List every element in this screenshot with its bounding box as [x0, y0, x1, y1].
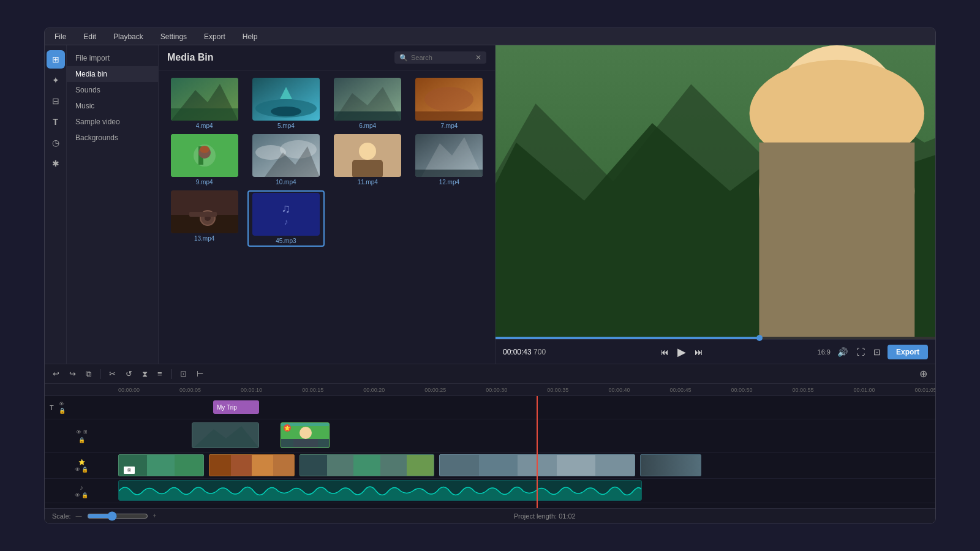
nav-sounds[interactable]: Sounds [67, 82, 158, 98]
thumb-7-label: 7.mp4 [440, 122, 458, 129]
text-track-icons: 👁 🔒 [59, 401, 66, 414]
progress-fill [496, 337, 760, 339]
thumb-6-label: 6.mp4 [359, 122, 376, 129]
tools-icon[interactable]: ✱ [47, 154, 65, 173]
redo-button[interactable]: ↪ [66, 367, 79, 380]
main-clip-5[interactable] [640, 454, 701, 476]
ruler-mark-50: 00:00:50 [731, 387, 752, 393]
thumb-45-label: 45.mp3 [276, 238, 296, 244]
project-length-value: 01:02 [559, 512, 576, 520]
history-icon[interactable]: ◷ [47, 133, 65, 152]
nav-file-import[interactable]: File import [67, 50, 158, 66]
prev-frame-button[interactable]: ⏮ [658, 345, 671, 359]
thumb-11-img [334, 134, 401, 177]
ruler-mark-25: 00:00:25 [424, 387, 446, 393]
scale-label: Scale: [52, 512, 71, 520]
media-grid: 4.mp4 5.mp4 [159, 70, 495, 254]
copy-button[interactable]: ⧉ [83, 367, 94, 381]
media-item-6[interactable]: 6.mp4 [330, 78, 406, 129]
aspect-ratio: 16:9 [818, 348, 831, 356]
thumb-5-img [252, 78, 320, 121]
media-item-7[interactable]: 7.mp4 [411, 78, 488, 129]
nav-panel: File import Media bin Sounds Music Sampl… [67, 45, 159, 364]
thumb-45-img: ♫ ♪ [252, 193, 320, 236]
menu-help[interactable]: Help [239, 31, 262, 42]
menu-file[interactable]: File [51, 31, 70, 42]
nav-sample-video[interactable]: Sample video [67, 114, 158, 130]
overlay-button[interactable]: ⊡ [177, 367, 190, 380]
main-clip-1[interactable]: ⊠ [118, 454, 204, 476]
media-item-45[interactable]: ♫ ♪ 45.mp3 [247, 190, 324, 247]
rotate-button[interactable]: ↺ [123, 367, 135, 380]
volume-button[interactable]: 🔊 [835, 345, 850, 359]
menu-edit[interactable]: Edit [80, 31, 100, 42]
nav-backgrounds[interactable]: Backgrounds [67, 130, 158, 146]
overlay-clip-2[interactable]: ⭐ [281, 422, 330, 448]
overlay-icon[interactable]: ⊟ [47, 92, 65, 110]
thumb-13-label: 13.mp4 [194, 235, 214, 242]
search-box[interactable]: 🔍 ✕ [394, 51, 486, 64]
main-clip-3[interactable] [300, 454, 434, 476]
fullscreen-button[interactable]: ⛶ [854, 345, 867, 359]
text-icon[interactable]: T [47, 113, 65, 131]
toolbar-sep-1 [100, 369, 100, 379]
export-button[interactable]: Export [888, 345, 928, 359]
text-clip-my-trip[interactable]: My Trip [213, 400, 259, 414]
nav-music[interactable]: Music [67, 98, 158, 114]
ruler-mark-20: 00:00:20 [363, 387, 385, 393]
pip-button[interactable]: ⊡ [872, 345, 883, 359]
nav-media-bin[interactable]: Media bin [67, 66, 158, 82]
svg-point-23 [359, 143, 376, 160]
preview-progress-bar[interactable] [496, 337, 935, 339]
media-item-9[interactable]: 9.mp4 [166, 134, 243, 186]
svg-point-11 [424, 87, 473, 111]
project-length-display: Project length: 01:02 [161, 512, 928, 520]
media-item-11[interactable]: 11.mp4 [330, 134, 406, 186]
media-item-13[interactable]: 13.mp4 [166, 190, 243, 247]
undo-button[interactable]: ↩ [50, 367, 62, 380]
media-panel: Media Bin 🔍 ✕ [159, 45, 496, 364]
media-item-10[interactable]: 10.mp4 [247, 134, 324, 186]
effects-icon[interactable]: ✦ [47, 71, 65, 89]
menu-bar: File Edit Playback Settings Export Help [45, 28, 935, 45]
scale-bar: Scale: — + Project length: 01:02 [45, 508, 935, 523]
media-bin-title: Media Bin [167, 52, 388, 63]
text-clip-label: My Trip [217, 404, 237, 411]
ruler-mark-10: 00:00:10 [241, 387, 262, 393]
thumb-4-img [171, 78, 238, 121]
scale-slider[interactable] [87, 511, 148, 521]
progress-handle[interactable] [756, 335, 763, 341]
play-button[interactable]: ▶ [676, 343, 688, 361]
next-frame-button[interactable]: ⏭ [693, 345, 705, 359]
audio-track-content [118, 479, 935, 503]
menu-playback[interactable]: Playback [110, 31, 147, 42]
thumb-6-img [334, 78, 401, 121]
preview-video [496, 45, 935, 337]
menu-export[interactable]: Export [200, 31, 229, 42]
svg-rect-9 [334, 111, 401, 121]
thumb-9-label: 9.mp4 [196, 179, 213, 186]
frame-number: 700 [533, 348, 546, 356]
search-input[interactable] [411, 54, 472, 61]
menu-settings[interactable]: Settings [157, 31, 190, 42]
media-header: Media Bin 🔍 ✕ [159, 45, 495, 70]
cut-button[interactable]: ✂ [106, 367, 119, 380]
overlay-clip-1[interactable] [192, 422, 259, 448]
overlay-track-label: 👁 ⊞ 🔒 [45, 429, 118, 443]
media-item-4[interactable]: 4.mp4 [166, 78, 243, 129]
properties-button[interactable]: ≡ [154, 367, 165, 380]
search-clear-icon[interactable]: ✕ [475, 53, 481, 62]
audio-waveform[interactable] [118, 480, 642, 501]
speed-button[interactable]: ⧗ [139, 367, 151, 381]
thumb-11-label: 11.mp4 [357, 179, 377, 186]
playhead[interactable] [537, 396, 538, 508]
thumb-5-label: 5.mp4 [277, 122, 295, 129]
transition-button[interactable]: ⊢ [194, 367, 206, 380]
search-icon: 🔍 [399, 54, 408, 62]
add-track-button[interactable]: ⊕ [916, 366, 930, 381]
media-item-12[interactable]: 12.mp4 [411, 134, 488, 186]
media-item-5[interactable]: 5.mp4 [247, 78, 324, 129]
thumb-12-label: 12.mp4 [439, 179, 459, 186]
media-icon[interactable]: ⊞ [47, 50, 65, 69]
main-clip-2[interactable] [209, 454, 295, 476]
